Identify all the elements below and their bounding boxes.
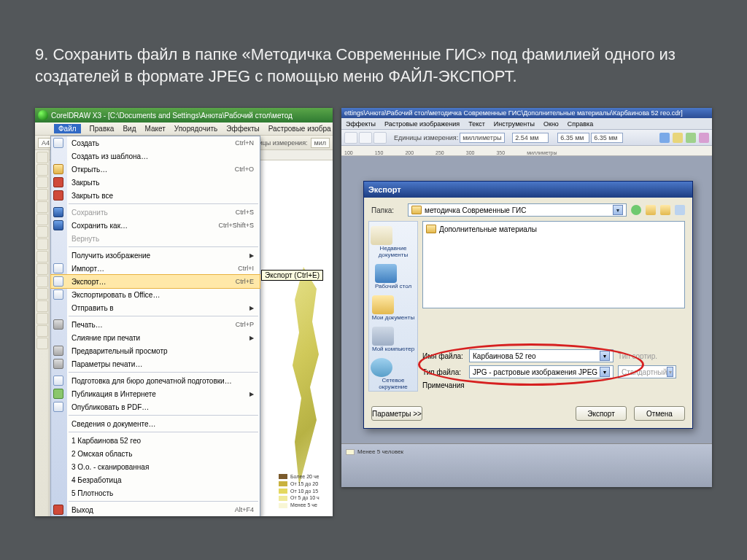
menu-view[interactable]: Вид <box>123 125 136 133</box>
menu-item[interactable]: Закрыть все <box>51 189 260 202</box>
menu-item[interactable]: Сведения о документе… <box>51 417 260 430</box>
menu-item[interactable]: Публикация в Интернете▶ <box>51 387 260 400</box>
menu-separator <box>69 432 258 432</box>
menu-item[interactable]: ВыходAlt+F4 <box>51 503 260 516</box>
ruler-horizontal: 100 150 200 250 300 350 миллиметры <box>341 146 712 156</box>
place-mydocs[interactable]: Мои документы <box>372 295 414 321</box>
menu-item-label: Публикация в Интернете <box>71 390 249 398</box>
menu-item[interactable]: 1 Карбаинова 52 гео <box>51 434 260 447</box>
menu-layout[interactable]: Макет <box>144 125 165 133</box>
menu-item[interactable]: СоздатьCtrl+N <box>51 136 260 149</box>
menu-item[interactable]: Экспорт…Ctrl+E <box>51 275 260 288</box>
place-label: Мои документы <box>372 314 414 321</box>
folder-select[interactable]: методичка Современные ГИС ▼ <box>408 203 627 217</box>
new-folder-icon[interactable] <box>660 205 670 215</box>
place-label: Недавние документы <box>379 245 408 258</box>
toolbar-icon[interactable] <box>673 133 683 143</box>
menu-item-label: Закрыть все <box>71 192 254 200</box>
coord-y[interactable]: 6.35 мм <box>591 133 623 143</box>
folder-icon <box>426 225 436 233</box>
menu-item[interactable]: Параметры печати… <box>51 357 260 370</box>
menu-item[interactable]: Импорт…Ctrl+I <box>51 262 260 275</box>
menubar[interactable]: Файл Правка Вид Макет Упорядочить Эффект… <box>35 122 333 136</box>
place-desktop[interactable]: Рабочий стол <box>375 264 411 289</box>
menu-arrange[interactable]: Упорядочить <box>174 125 218 133</box>
chevron-down-icon[interactable]: ▼ <box>600 367 610 377</box>
menu-item-label: Экспорт… <box>71 278 236 286</box>
params-button[interactable]: Параметры >> <box>371 406 422 421</box>
freehand-tool[interactable] <box>36 201 48 213</box>
menu-edit[interactable]: Правка <box>90 125 115 133</box>
file-listing[interactable]: Дополнительные материалы <box>422 221 685 308</box>
rectangle-tool[interactable] <box>36 226 48 238</box>
toolbar-icon[interactable] <box>699 133 709 143</box>
toolbar-button[interactable] <box>344 132 357 144</box>
export-button[interactable]: Экспорт <box>576 406 627 421</box>
outline-tool[interactable] <box>36 313 48 324</box>
menu-effects[interactable]: Эффекты <box>346 120 376 128</box>
smart-fill-tool[interactable] <box>36 214 48 225</box>
menu-item[interactable]: 3 О.о. - сканированная <box>51 460 260 473</box>
text-tool[interactable] <box>36 276 48 287</box>
nudge-field[interactable]: 2.54 мм <box>512 133 549 143</box>
interactive-blend-tool[interactable] <box>36 288 48 300</box>
filename-input[interactable]: Карбаинова 52 гео ▼ <box>469 349 614 362</box>
menu-file[interactable]: Файл <box>54 124 81 133</box>
menu-item[interactable]: 2 Омская область <box>51 447 260 460</box>
menu-tools[interactable]: Инструменты <box>494 120 535 128</box>
place-network[interactable]: Сетевое окружение <box>371 358 416 390</box>
menu-window[interactable]: Окно <box>543 120 559 128</box>
chevron-down-icon[interactable]: ▼ <box>613 205 623 215</box>
menu-item-label: Опубликовать в PDF… <box>71 403 254 411</box>
menu-bitmaps[interactable]: Растровые изобра <box>268 125 331 133</box>
menu-item[interactable]: Получить изображение▶ <box>51 249 260 262</box>
menu-effects[interactable]: Эффекты <box>226 125 259 133</box>
measure-value[interactable]: мил <box>311 138 330 148</box>
menu-item[interactable]: Создать из шаблона… <box>51 149 260 163</box>
views-icon[interactable] <box>675 205 685 215</box>
place-mycomputer[interactable]: Мой компьютер <box>372 327 414 352</box>
toolbar-icon[interactable] <box>659 133 670 143</box>
menu-item[interactable]: 5 Плотность <box>51 486 260 499</box>
menu-help[interactable]: Справка <box>568 120 593 128</box>
menu-item[interactable]: Отправить в▶ <box>51 301 260 314</box>
filetype-value: JPG - растровые изображения JPEG <box>473 368 597 376</box>
fill-tool[interactable] <box>36 325 48 337</box>
shape-tool[interactable] <box>36 164 48 176</box>
menu-separator <box>69 203 258 204</box>
toolbar-button[interactable] <box>374 132 387 144</box>
menu-item[interactable]: Закрыть <box>51 176 260 189</box>
ellipse-tool[interactable] <box>36 238 48 250</box>
back-icon[interactable] <box>631 205 641 215</box>
menu-item[interactable]: Слияние при печати▶ <box>51 331 260 344</box>
basic-shapes-tool[interactable] <box>36 263 48 275</box>
coord-x[interactable]: 6.35 мм <box>557 133 589 143</box>
toolbar-icon[interactable] <box>686 133 696 143</box>
menu-item[interactable]: Сохранить как…Ctrl+Shift+S <box>51 219 260 232</box>
menu-item[interactable]: Открыть…Ctrl+O <box>51 163 260 176</box>
menu-bitmaps[interactable]: Растровые изображения <box>384 120 460 128</box>
toolbar-button[interactable] <box>359 132 372 144</box>
pick-tool[interactable] <box>36 152 48 163</box>
cancel-button[interactable]: Отмена <box>634 406 685 421</box>
units-select[interactable]: миллиметры <box>460 133 505 143</box>
eyedropper-tool[interactable] <box>36 300 48 312</box>
menu-item[interactable]: Печать…Ctrl+P <box>51 318 260 331</box>
up-folder-icon[interactable] <box>646 205 656 215</box>
place-recent[interactable]: Недавние документы <box>371 226 416 258</box>
chevron-down-icon[interactable]: ▼ <box>600 351 610 361</box>
menu-text[interactable]: Текст <box>468 120 485 128</box>
menubar[interactable]: Эффекты Растровые изображения Текст Инст… <box>341 118 712 130</box>
crop-tool[interactable] <box>36 176 48 188</box>
menu-item[interactable]: Подготовка для бюро допечатной подготовк… <box>51 374 260 387</box>
menu-item[interactable]: Экспортировать в Office… <box>51 288 260 301</box>
menu-item[interactable]: 4 Безработица <box>51 473 260 486</box>
list-item[interactable]: Дополнительные материалы <box>426 225 681 233</box>
polygon-tool[interactable] <box>36 251 48 262</box>
filetype-select[interactable]: JPG - растровые изображения JPEG ▼ <box>469 365 614 378</box>
zoom-tool[interactable] <box>36 189 48 201</box>
interactive-fill-tool[interactable] <box>36 338 48 349</box>
menu-shortcut: Ctrl+N <box>235 139 254 147</box>
menu-item[interactable]: Опубликовать в PDF… <box>51 400 260 413</box>
menu-item[interactable]: Предварительный просмотр <box>51 344 260 357</box>
